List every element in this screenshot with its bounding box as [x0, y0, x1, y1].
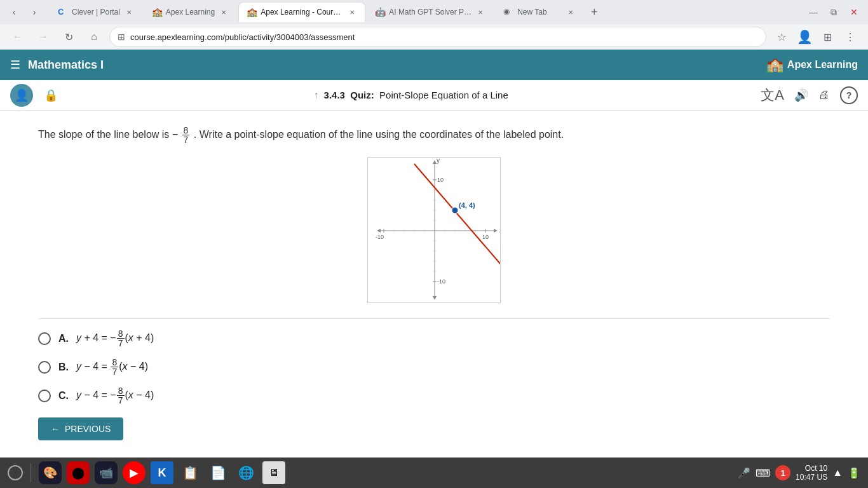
quiz-title-text: Point-Slope Equation of a Line: [379, 90, 508, 100]
secure-icon: ⊞: [118, 32, 125, 42]
text-to-speech-button[interactable]: 🔊: [794, 88, 808, 102]
taskbar-app-gdocs[interactable]: 📄: [207, 461, 229, 484]
taskbar-app-red[interactable]: ⬤: [67, 461, 90, 484]
aimath-favicon: 🤖: [375, 7, 385, 17]
taskbar-app-chrome[interactable]: 🌐: [234, 461, 257, 484]
tab-apex1[interactable]: 🏫 Apex Learning ✕: [144, 2, 237, 22]
user-avatar-button[interactable]: 👤: [10, 84, 33, 107]
reload-button[interactable]: ↻: [58, 27, 79, 47]
apex-header-left: ☰ Mathematics I: [10, 58, 104, 72]
tab-newtab-close[interactable]: ✕: [566, 7, 576, 17]
tab-apex2-close[interactable]: ✕: [347, 7, 357, 17]
quiz-header-left: 👤 🔒: [10, 84, 61, 107]
previous-button[interactable]: ← PREVIOUS: [38, 417, 123, 440]
radio-b[interactable]: [38, 361, 51, 374]
battery-icon[interactable]: 🔋: [848, 467, 860, 479]
new-tab-button[interactable]: +: [585, 3, 603, 21]
home-button[interactable]: ⌂: [84, 27, 104, 47]
newtab-favicon: ◉: [503, 7, 513, 17]
extensions-button[interactable]: ⊞: [817, 27, 837, 47]
slope-numerator: 8: [182, 126, 190, 135]
answer-choices: A. y + 4 = −87(x + 4) B. y − 4 = 87(x − …: [38, 329, 830, 405]
browser-chrome: ‹ › C Clever | Portal ✕ 🏫 Apex Learning …: [0, 0, 868, 50]
answer-choice-b: B. y − 4 = 87(x − 4): [38, 358, 830, 376]
apex-logo-text: Apex Learning: [787, 59, 858, 71]
address-bar-actions: ☆ 👤 ⊞ ⋮: [771, 27, 860, 47]
svg-point-34: [452, 207, 458, 214]
svg-text:y: y: [437, 158, 440, 164]
apex2-favicon: 🏫: [247, 7, 257, 17]
taskbar-app-k[interactable]: K: [151, 461, 173, 484]
back-button[interactable]: ←: [8, 27, 28, 47]
lock-icon: 🔒: [44, 88, 58, 102]
tab-forward-button[interactable]: ›: [25, 3, 43, 21]
forward-button[interactable]: →: [33, 27, 53, 47]
taskbar-time: 10:47 US: [796, 473, 827, 482]
taskbar-app-figma[interactable]: 🎨: [39, 461, 62, 484]
tab-back-button[interactable]: ‹: [5, 3, 23, 21]
quiz-title-area: ↑ 3.4.3 Quiz: Point-Slope Equation of a …: [314, 90, 508, 101]
tab-aimath-title: AI Math GPT Solver Power: [389, 8, 471, 17]
notification-badge[interactable]: 1: [775, 465, 790, 480]
user-icon: 👤: [15, 88, 29, 102]
course-title: Mathematics I: [28, 58, 104, 72]
taskbar-app-docs[interactable]: 📋: [179, 461, 201, 484]
taskbar-date: Oct 10: [796, 464, 827, 473]
tab-apex2-title: Apex Learning - Courses: [261, 8, 343, 17]
apex1-favicon: 🏫: [152, 7, 162, 17]
profile-button[interactable]: 👤: [794, 27, 815, 47]
minimize-button[interactable]: —: [804, 3, 822, 21]
taskbar-datetime: Oct 10 10:47 US: [796, 464, 827, 482]
figma-icon: 🎨: [43, 466, 57, 480]
tab-apex1-close[interactable]: ✕: [219, 7, 229, 17]
answer-choice-a: A. y + 4 = −87(x + 4): [38, 329, 830, 348]
docs-icon: 📋: [182, 465, 198, 480]
taskbar-app-youtube[interactable]: ▶: [123, 461, 146, 484]
tab-clever[interactable]: C Clever | Portal ✕: [50, 2, 142, 22]
quiz-nav-icon: ↑: [314, 90, 319, 101]
address-bar: ← → ↻ ⌂ ⊞ course.apexlearning.com/public…: [0, 24, 868, 50]
coordinate-graph: x y -10 10 10 -10: [367, 157, 501, 303]
graph-container: x y -10 10 10 -10: [38, 157, 830, 303]
translate-button[interactable]: 文A: [761, 86, 784, 105]
svg-text:-10: -10: [437, 278, 445, 285]
taskbar-app-video[interactable]: 📹: [95, 461, 118, 484]
maximize-button[interactable]: ⧉: [825, 3, 843, 21]
tab-apex2[interactable]: 🏫 Apex Learning - Courses ✕: [238, 2, 365, 22]
browser-menu-button[interactable]: ⋮: [840, 27, 860, 47]
tab-nav-buttons: ‹ ›: [5, 3, 43, 21]
print-button[interactable]: 🖨: [818, 88, 830, 102]
keyboard-icon[interactable]: ⌨: [756, 467, 770, 479]
tab-newtab[interactable]: ◉ New Tab ✕: [495, 2, 584, 22]
bookmark-button[interactable]: ☆: [771, 27, 792, 47]
help-button[interactable]: ?: [840, 86, 858, 104]
lock-icon-button[interactable]: 🔒: [41, 85, 61, 105]
gdocs-icon: 📄: [210, 465, 226, 480]
taskbar-right: 🎤 ⌨ 1 Oct 10 10:47 US ▲ 🔋: [738, 464, 860, 482]
answer-c-text: y − 4 = −87(x − 4): [76, 386, 154, 405]
wifi-icon[interactable]: ▲: [832, 467, 843, 478]
answer-a-label: A.: [58, 333, 69, 344]
question-text-part1: The slope of the line below is −: [38, 129, 178, 140]
url-bar[interactable]: ⊞ course.apexlearning.com/public/activit…: [109, 27, 766, 47]
radio-a[interactable]: [38, 332, 51, 345]
svg-text:(4, 4): (4, 4): [459, 201, 475, 209]
quiz-label: Quiz:: [350, 90, 374, 100]
answer-a-text: y + 4 = −87(x + 4): [76, 329, 154, 348]
window-controls: — ⧉ ✕: [804, 3, 863, 21]
radio-c[interactable]: [38, 390, 51, 402]
close-window-button[interactable]: ✕: [845, 3, 863, 21]
taskbar-start-button[interactable]: [8, 465, 23, 480]
quiz-section: 3.4.3: [324, 90, 345, 100]
hamburger-icon[interactable]: ☰: [10, 58, 20, 72]
taskbar-app-monitor[interactable]: 🖥: [262, 461, 285, 484]
quiz-header: 👤 🔒 ↑ 3.4.3 Quiz: Point-Slope Equation o…: [0, 80, 868, 111]
question-text: The slope of the line below is − 8 7 . W…: [38, 126, 830, 144]
tab-aimath-close[interactable]: ✕: [475, 7, 485, 17]
tab-apex1-title: Apex Learning: [166, 8, 215, 17]
tab-clever-close[interactable]: ✕: [124, 7, 134, 17]
svg-text:10: 10: [482, 234, 489, 240]
microphone-icon[interactable]: 🎤: [738, 467, 750, 479]
tab-aimath[interactable]: 🤖 AI Math GPT Solver Power ✕: [367, 2, 494, 22]
answer-b-text: y − 4 = 87(x − 4): [76, 358, 148, 376]
